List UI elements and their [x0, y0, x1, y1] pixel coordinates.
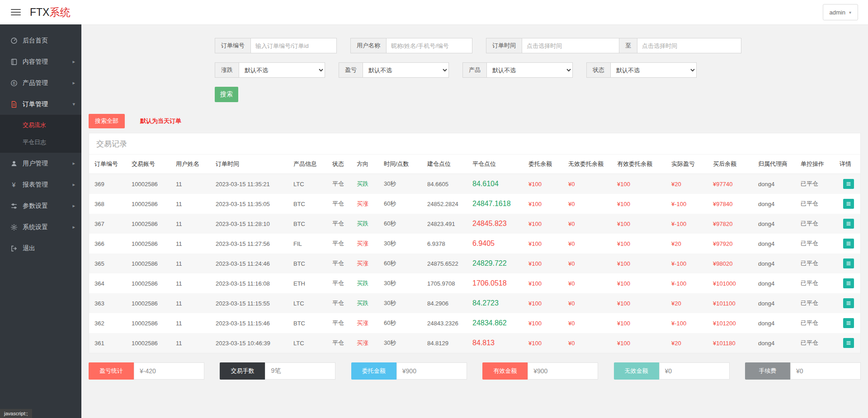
- search-all-button[interactable]: 搜索全部: [89, 114, 125, 128]
- sidebar-subitem-trade-flow[interactable]: 交易流水: [0, 117, 81, 134]
- cell-status: 平仓: [330, 254, 354, 273]
- summary-value[interactable]: [265, 362, 335, 380]
- cell-invalid-entrust: ¥0: [566, 234, 614, 254]
- user-name-group: 用户名称: [350, 38, 472, 53]
- summary-value[interactable]: [659, 362, 730, 380]
- status-select[interactable]: 默认不选: [611, 62, 697, 78]
- list-icon: [845, 320, 852, 326]
- cell-open-point: 6.9378: [425, 234, 470, 254]
- sidebar-item-label: 报表管理: [23, 181, 48, 189]
- time-start-input[interactable]: [522, 38, 619, 53]
- sidebar-subitem-close-log[interactable]: 平仓日志: [0, 134, 81, 151]
- profit-select[interactable]: 默认不选: [363, 62, 449, 78]
- search-button[interactable]: 搜索: [215, 87, 238, 102]
- card-title: 交易记录: [89, 133, 860, 155]
- column-header: 订单时间: [213, 155, 291, 174]
- cell-duration: 30秒: [381, 273, 425, 293]
- cell-direction: 买涨: [354, 194, 381, 214]
- product-select[interactable]: 默认不选: [487, 62, 573, 78]
- cell-direction: 买跌: [354, 273, 381, 293]
- sidebar-item-orders[interactable]: 订单管理 ▾: [0, 94, 81, 115]
- list-icon: [845, 300, 852, 306]
- table-row: 363 10002586 11 2023-03-15 11:15:55 LTC …: [89, 293, 860, 313]
- cell-actual-profit: ¥-100: [669, 313, 710, 333]
- sidebar-item-reports[interactable]: ¥ 报表管理 ▸: [0, 174, 81, 195]
- sidebar-item-logout[interactable]: 退出: [0, 238, 81, 259]
- cell-invalid-entrust: ¥0: [566, 273, 614, 293]
- detail-button[interactable]: [843, 338, 854, 348]
- cell-product: BTC: [291, 254, 330, 273]
- sidebar-item-system[interactable]: 系统设置 ▸: [0, 216, 81, 238]
- cell-close-point: 84.2723: [470, 293, 526, 313]
- column-header: 无效委托余额: [566, 155, 614, 174]
- summary-value[interactable]: [134, 362, 204, 380]
- order-no-input[interactable]: [251, 38, 337, 53]
- summary-bar: 盈亏统计 交易手数 委托金额 有效金额 无效金额 手续费: [89, 362, 861, 380]
- rise-fall-select[interactable]: 默认不选: [239, 62, 325, 78]
- menu-toggle-icon[interactable]: [11, 7, 21, 17]
- cell-product: ETH: [291, 273, 330, 293]
- sidebar-item-content[interactable]: 内容管理 ▸: [0, 51, 81, 72]
- detail-button[interactable]: [843, 199, 854, 209]
- sidebar-item-label: 产品管理: [23, 79, 48, 87]
- cell-direction: 买涨: [354, 234, 381, 254]
- cell-agent: dong4: [755, 293, 798, 313]
- detail-button[interactable]: [843, 298, 854, 308]
- summary-group: 交易手数: [220, 362, 335, 380]
- cell-agent: dong4: [755, 174, 798, 194]
- summary-value[interactable]: [790, 362, 861, 380]
- sidebar-item-users[interactable]: 用户管理 ▸: [0, 153, 81, 174]
- svg-text:B: B: [13, 81, 15, 85]
- cell-actual-profit: ¥-100: [669, 214, 710, 234]
- user-menu-label: admin: [830, 9, 845, 16]
- cell-direction: 买跌: [354, 174, 381, 194]
- top-header: FTX系统 admin ▾: [0, 0, 868, 24]
- cell-status: 平仓: [330, 174, 354, 194]
- cell-valid-entrust: ¥100: [614, 313, 669, 333]
- column-header: 时间/点数: [381, 155, 425, 174]
- time-end-input[interactable]: [637, 38, 741, 53]
- column-header: 用户姓名: [173, 155, 213, 174]
- cell-detail: [837, 174, 860, 194]
- detail-button[interactable]: [843, 258, 854, 268]
- cell-detail: [837, 313, 860, 333]
- sidebar-item-label: 系统设置: [23, 223, 48, 231]
- default-today-note: 默认为当天订单: [140, 117, 181, 125]
- summary-label: 盈亏统计: [89, 362, 134, 380]
- user-icon: [10, 160, 18, 167]
- cell-status: 平仓: [330, 194, 354, 214]
- table-row: 366 10002586 11 2023-03-15 11:27:56 FIL …: [89, 234, 860, 254]
- detail-button[interactable]: [843, 219, 854, 229]
- table-row: 361 10002586 11 2023-03-15 10:46:39 LTC …: [89, 333, 860, 353]
- cell-control: 已平仓: [798, 174, 837, 194]
- cell-entrust-balance: ¥100: [526, 254, 566, 273]
- column-header: 单控操作: [798, 155, 837, 174]
- cell-account: 10002586: [129, 273, 173, 293]
- detail-button[interactable]: [843, 179, 854, 189]
- cell-close-point: 24845.823: [470, 214, 526, 234]
- detail-button[interactable]: [843, 278, 854, 288]
- user-menu-button[interactable]: admin ▾: [823, 4, 858, 20]
- chevron-right-icon: ▸: [72, 203, 75, 209]
- cell-agent: dong4: [755, 234, 798, 254]
- summary-value[interactable]: [396, 362, 467, 380]
- cell-actual-profit: ¥20: [669, 234, 710, 254]
- detail-button[interactable]: [843, 318, 854, 328]
- sidebar-item-label: 退出: [23, 244, 35, 253]
- cell-open-point: 1705.9708: [425, 273, 470, 293]
- cell-direction: 买涨: [354, 313, 381, 333]
- cell-actual-profit: ¥-100: [669, 273, 710, 293]
- detail-button[interactable]: [843, 239, 854, 249]
- table-body: 369 10002586 11 2023-03-15 11:35:21 LTC …: [89, 174, 860, 353]
- summary-value[interactable]: [528, 362, 598, 380]
- user-name-input[interactable]: [387, 38, 472, 53]
- cell-order-time: 2023-03-15 11:16:08: [213, 273, 291, 293]
- cell-actual-profit: ¥20: [669, 293, 710, 313]
- logout-icon: [10, 244, 18, 252]
- cell-entrust-balance: ¥100: [526, 194, 566, 214]
- summary-label: 交易手数: [220, 362, 265, 380]
- sidebar-item-params[interactable]: 参数设置 ▸: [0, 195, 81, 216]
- sidebar-item-product[interactable]: B 产品管理 ▸: [0, 72, 81, 94]
- cell-order-time: 2023-03-15 11:15:46: [213, 313, 291, 333]
- sidebar-item-dashboard[interactable]: 后台首页: [0, 30, 81, 51]
